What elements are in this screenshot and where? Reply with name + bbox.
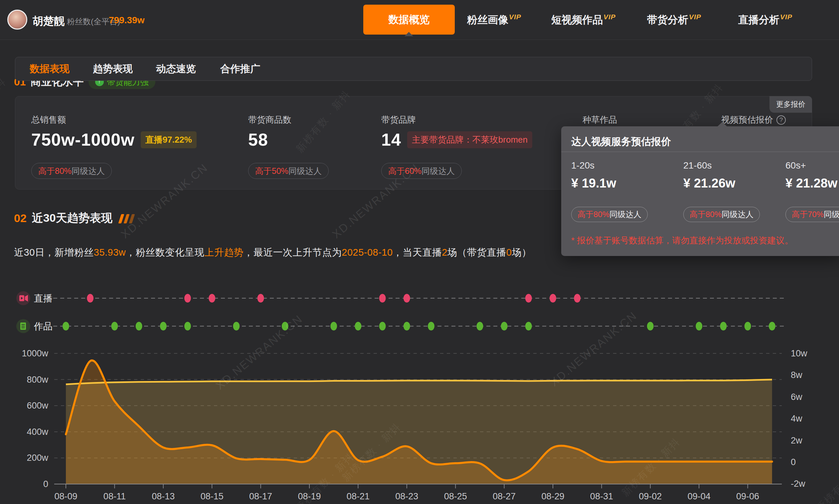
right-axis-label: 2w: [791, 435, 802, 446]
popup-disclaimer: * 报价基于账号数据估算，请勿直接作为投放或投资建议。: [571, 235, 793, 246]
main-brand-badge: 主要带货品牌：不莱玫bromen: [407, 131, 532, 148]
page: 胡楚靓 粉丝数(全平台) 799.39w 数据概览 粉丝画像VIP 短视频作品V…: [0, 0, 839, 504]
event-dot: [330, 322, 337, 330]
x-axis-label: 08-27: [493, 491, 515, 501]
peer-compare-pill: 高于80%同级达人: [31, 163, 112, 179]
event-dot: [355, 322, 361, 330]
peer-compare-pill: 高于70%同级达人: [785, 207, 839, 222]
x-axis-label: 08-31: [590, 491, 613, 501]
nav-tab-commerce-analysis[interactable]: 带货分析VIP: [647, 0, 701, 40]
event-dot: [769, 322, 775, 330]
right-axis-label: 6w: [791, 392, 802, 402]
x-axis-label: 08-15: [200, 491, 224, 501]
event-dot: [160, 322, 167, 330]
peer-compare-pill: 高于80%同级达人: [683, 207, 760, 222]
right-axis-label: -2w: [791, 479, 805, 489]
event-dot: [63, 322, 69, 330]
total-sales-value: 750w-1000w: [31, 130, 135, 150]
x-axis-label: 08-13: [152, 491, 175, 501]
x-axis-label: 08-11: [103, 491, 126, 501]
tab-dynamic-overview[interactable]: 动态速览: [153, 57, 199, 80]
divider: [561, 151, 839, 152]
x-axis-label: 08-29: [541, 491, 564, 501]
account-name: 胡楚靓: [33, 14, 65, 29]
event-dot: [501, 322, 508, 330]
left-axis-label: 0: [43, 479, 48, 489]
popup-notch-icon: [718, 122, 727, 126]
header: 胡楚靓 粉丝数(全平台) 799.39w 数据概览 粉丝画像VIP 短视频作品V…: [0, 0, 839, 40]
more-quotes-button[interactable]: 更多报价: [769, 96, 812, 113]
x-axis-label: 08-25: [444, 491, 467, 501]
section-02-title: 近30天趋势表现: [32, 211, 112, 226]
event-dot: [574, 294, 580, 303]
legend-label: 作品: [34, 321, 53, 331]
event-dot: [379, 294, 386, 303]
legend-row-work[interactable]: 作品: [16, 319, 786, 333]
sub-tab-bar: 数据表现 趋势表现 动态速览 合作推广: [15, 57, 812, 81]
event-dot: [136, 322, 142, 330]
nav-tab-short-video[interactable]: 短视频作品VIP: [551, 0, 616, 40]
left-axis-label: 600w: [27, 401, 48, 411]
left-axis-label: 1000w: [22, 348, 48, 358]
left-axis-label: 400w: [27, 427, 48, 437]
vip-badge: VIP: [604, 13, 616, 21]
fans-trend-chart[interactable]: 直播作品0200w400w600w800w1000w08-0908-1108-1…: [0, 280, 839, 504]
nav-tab-data-overview[interactable]: 数据概览: [363, 5, 455, 35]
nav-tab-live-analysis[interactable]: 直播分析VIP: [738, 0, 792, 40]
vip-badge: VIP: [780, 13, 792, 21]
right-axis-label: 4w: [791, 414, 802, 424]
event-dot: [87, 294, 93, 303]
x-axis-label: 08-09: [54, 491, 77, 501]
peer-compare-pill: 高于80%同级达人: [571, 207, 648, 222]
video-quote-popup: 达人视频服务预估报价 1-20s ¥ 19.1w 高于80%同级达人 21-60…: [561, 126, 839, 256]
event-dot: [209, 294, 215, 303]
tab-trend-performance[interactable]: 趋势表现: [89, 57, 136, 80]
event-dot: [404, 322, 410, 330]
product-count-value: 58: [248, 130, 268, 150]
active-nav-caret-icon: [404, 32, 413, 36]
peer-compare-pill: 高于60%同级达人: [381, 163, 462, 179]
event-dot: [428, 322, 435, 330]
right-axis-label: 0: [791, 457, 796, 467]
x-axis-label: 08-23: [395, 491, 418, 501]
legend-row-live[interactable]: 直播: [16, 291, 786, 305]
left-axis-label: 800w: [27, 375, 48, 385]
section-02-heading: 02 近30天趋势表现: [14, 211, 134, 226]
brand-count-value: 14: [381, 130, 401, 150]
x-axis-label: 09-02: [639, 491, 662, 501]
event-dot: [233, 322, 240, 330]
legend-label: 直播: [34, 293, 53, 304]
help-icon[interactable]: ?: [776, 115, 786, 125]
popup-title: 达人视频服务预估报价: [571, 135, 671, 149]
total-fans-area: [66, 380, 772, 484]
right-axis-label: 10w: [791, 348, 807, 358]
x-axis-label: 08-17: [249, 491, 272, 501]
heading-decoration-icon: [120, 214, 134, 223]
peer-compare-pill: 高于50%同级达人: [248, 163, 329, 179]
quote-price: ¥ 19.1w: [571, 176, 616, 191]
avatar[interactable]: [7, 10, 27, 30]
event-dot: [184, 294, 191, 303]
trend-summary: 近30日，新增粉丝35.93w，粉丝数变化呈现上升趋势，最近一次上升节点为202…: [14, 246, 531, 259]
event-dot: [745, 322, 751, 330]
event-dot: [549, 294, 556, 303]
tab-data-performance[interactable]: 数据表现: [26, 57, 73, 80]
quote-price: ¥ 21.26w: [683, 176, 735, 191]
event-dot: [476, 322, 483, 330]
event-dot: [525, 322, 532, 330]
x-axis-label: 09-04: [688, 491, 711, 501]
x-axis-label: 08-19: [298, 491, 321, 501]
event-dot: [379, 322, 386, 330]
watermark-text: 新抖: [0, 75, 9, 98]
tab-cooperation[interactable]: 合作推广: [217, 57, 263, 80]
nav-tab-fan-profile[interactable]: 粉丝画像VIP: [467, 0, 521, 40]
event-dot: [696, 322, 702, 330]
right-axis-label: 8w: [791, 370, 802, 380]
event-dot: [258, 294, 264, 303]
left-axis-label: 200w: [27, 453, 48, 463]
x-axis-label: 09-06: [736, 491, 759, 501]
event-dot: [282, 322, 289, 330]
live-share-badge: 直播97.22%: [141, 131, 197, 148]
event-dot: [184, 322, 191, 330]
vip-badge: VIP: [689, 13, 701, 21]
